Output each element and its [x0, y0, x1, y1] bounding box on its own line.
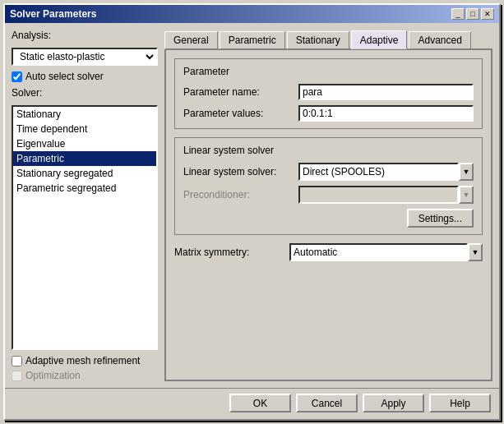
parameter-values-row: Parameter values: — [183, 105, 474, 122]
linear-system-group: Linear system solver Linear system solve… — [174, 137, 483, 235]
minimize-button[interactable]: _ — [451, 8, 465, 20]
title-bar-buttons: _ □ ✕ — [451, 8, 494, 20]
close-button[interactable]: ✕ — [481, 8, 494, 20]
settings-button[interactable]: Settings... — [407, 209, 474, 228]
tab-advanced[interactable]: Advanced — [409, 31, 470, 49]
matrix-symmetry-combo: ▼ — [289, 243, 483, 261]
help-button[interactable]: Help — [429, 394, 491, 412]
ok-button[interactable]: OK — [229, 394, 291, 412]
parameter-group: Parameter Parameter name: Parameter valu… — [174, 58, 483, 129]
solver-list: Stationary Time dependent Eigenvalue Par… — [13, 107, 156, 196]
parameter-values-label: Parameter values: — [183, 108, 298, 119]
parameter-group-label: Parameter — [183, 66, 474, 77]
parameter-name-row: Parameter name: — [183, 84, 474, 100]
matrix-symmetry-label: Matrix symmetry: — [174, 247, 289, 258]
preconditioner-label: Preconditioner: — [183, 189, 298, 200]
settings-btn-row: Settings... — [183, 209, 474, 228]
adaptive-mesh-checkbox[interactable] — [12, 356, 22, 366]
auto-select-row: Auto select solver — [12, 71, 158, 82]
parameter-values-input[interactable] — [298, 105, 474, 122]
dialog-title: Solver Parameters — [10, 8, 96, 20]
preconditioner-combo: ▼ — [298, 186, 474, 204]
linear-system-group-label: Linear system solver — [183, 145, 474, 156]
auto-select-label: Auto select solver — [25, 71, 104, 82]
matrix-symmetry-input[interactable] — [289, 243, 468, 261]
matrix-symmetry-row: Matrix symmetry: ▼ — [174, 243, 483, 261]
list-item-selected[interactable]: Parametric — [13, 151, 156, 166]
list-item[interactable]: Time dependent — [13, 122, 156, 136]
analysis-select[interactable]: Static elasto-plastic — [12, 48, 158, 66]
maximize-button[interactable]: □ — [466, 8, 479, 20]
linear-solver-combo: ▼ — [298, 163, 474, 181]
preconditioner-input — [298, 186, 459, 204]
apply-button[interactable]: Apply — [363, 394, 424, 412]
adaptive-mesh-row: Adaptive mesh refinement — [12, 355, 158, 366]
parameter-name-label: Parameter name: — [183, 86, 298, 98]
right-panel: General Parametric Stationary Adaptive A… — [164, 30, 492, 381]
title-bar: Solver Parameters _ □ ✕ — [5, 5, 499, 23]
parameter-name-input[interactable] — [298, 84, 474, 100]
tab-content: Parameter Parameter name: Parameter valu… — [164, 50, 492, 381]
linear-solver-row: Linear system solver: ▼ — [183, 163, 474, 181]
list-item[interactable]: Stationary segregated — [13, 166, 156, 181]
tab-parametric[interactable]: Parametric — [220, 31, 285, 49]
optimization-checkbox[interactable] — [12, 371, 22, 381]
preconditioner-dropdown-btn: ▼ — [459, 186, 474, 204]
analysis-label: Analysis: — [12, 30, 158, 41]
list-item[interactable]: Stationary — [13, 107, 156, 122]
left-panel: Analysis: Static elasto-plastic Auto sel… — [12, 30, 158, 381]
linear-solver-input[interactable] — [298, 163, 459, 181]
list-item[interactable]: Parametric segregated — [13, 181, 156, 196]
cancel-button[interactable]: Cancel — [296, 394, 358, 412]
bottom-checkboxes: Adaptive mesh refinement Optimization — [12, 355, 158, 381]
tab-stationary[interactable]: Stationary — [287, 31, 349, 49]
auto-select-checkbox[interactable] — [12, 71, 22, 82]
dialog-body: Analysis: Static elasto-plastic Auto sel… — [5, 23, 499, 388]
optimization-row: Optimization — [12, 370, 158, 381]
matrix-symmetry-dropdown-btn[interactable]: ▼ — [468, 243, 483, 261]
preconditioner-row: Preconditioner: ▼ — [183, 186, 474, 204]
solver-label: Solver: — [12, 87, 158, 99]
solver-listbox[interactable]: Stationary Time dependent Eigenvalue Par… — [12, 105, 158, 350]
optimization-label: Optimization — [25, 370, 81, 381]
adaptive-mesh-label: Adaptive mesh refinement — [25, 355, 140, 366]
tab-bar: General Parametric Stationary Adaptive A… — [164, 30, 492, 50]
tab-general[interactable]: General — [164, 31, 218, 49]
tab-adaptive[interactable]: Adaptive — [351, 30, 408, 49]
dialog-footer: OK Cancel Apply Help — [5, 388, 499, 419]
solver-parameters-dialog: Solver Parameters _ □ ✕ Analysis: Static… — [3, 3, 501, 421]
list-item[interactable]: Eigenvalue — [13, 136, 156, 151]
linear-solver-label: Linear system solver: — [183, 166, 298, 177]
linear-solver-dropdown-btn[interactable]: ▼ — [459, 163, 474, 181]
